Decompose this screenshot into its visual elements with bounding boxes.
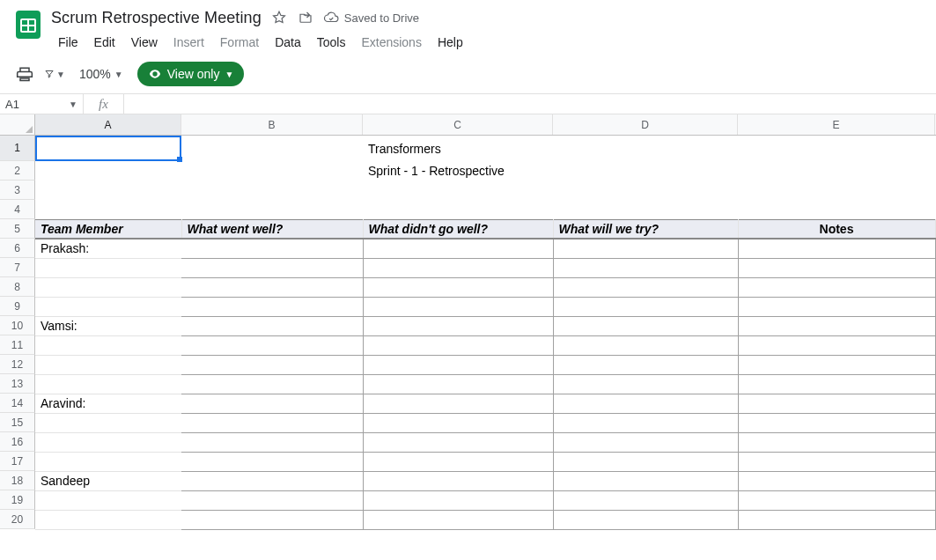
cell[interactable] (553, 510, 738, 529)
cell[interactable] (738, 374, 935, 394)
col-header-e[interactable]: E (738, 114, 935, 135)
cell[interactable] (553, 200, 738, 219)
cell[interactable] (181, 413, 363, 432)
cell[interactable] (35, 374, 181, 394)
menu-tools[interactable]: Tools (310, 30, 353, 55)
row-header[interactable]: 6 (0, 239, 35, 258)
cell[interactable] (363, 355, 553, 374)
menu-file[interactable]: File (51, 30, 85, 55)
cell[interactable] (553, 161, 738, 181)
cell[interactable]: Vamsi: (35, 316, 181, 335)
cell[interactable] (363, 490, 553, 510)
row-header[interactable]: 5 (0, 219, 35, 239)
row-header[interactable]: 1 (0, 136, 35, 161)
col-header-a[interactable]: A (35, 114, 181, 135)
cell[interactable] (363, 239, 553, 258)
cell[interactable] (181, 452, 363, 471)
header-team-member[interactable]: Team Member (35, 219, 181, 239)
cell[interactable] (363, 394, 553, 413)
name-box[interactable]: A1 ▼ (0, 94, 84, 114)
cell[interactable] (181, 510, 363, 529)
star-icon[interactable] (270, 9, 288, 26)
cell[interactable]: Transformers (363, 136, 553, 161)
cell[interactable] (181, 374, 363, 394)
cell[interactable] (553, 297, 738, 316)
cell[interactable] (553, 316, 738, 335)
cell[interactable] (738, 161, 935, 181)
cell[interactable] (35, 432, 181, 452)
cell[interactable] (553, 239, 738, 258)
cell[interactable] (181, 471, 363, 490)
cell[interactable] (363, 277, 553, 297)
col-header-b[interactable]: B (181, 114, 363, 135)
cell[interactable] (35, 161, 181, 181)
cell[interactable] (181, 335, 363, 355)
row-header[interactable]: 17 (0, 452, 35, 471)
row-header[interactable]: 16 (0, 432, 35, 452)
cell[interactable] (553, 277, 738, 297)
cell[interactable] (738, 355, 935, 374)
header-went-well[interactable]: What went well? (181, 219, 363, 239)
cell[interactable] (553, 413, 738, 432)
cell[interactable] (363, 510, 553, 529)
row-header[interactable]: 9 (0, 297, 35, 316)
spreadsheet-grid[interactable]: Transformers Sprint - 1 - Retrospective (35, 136, 936, 530)
cell[interactable] (181, 161, 363, 181)
cell[interactable] (35, 335, 181, 355)
cell[interactable] (363, 374, 553, 394)
cell[interactable] (35, 136, 181, 161)
cell[interactable] (553, 490, 738, 510)
cell[interactable] (35, 181, 181, 200)
cell[interactable] (181, 432, 363, 452)
cell[interactable] (181, 239, 363, 258)
print-icon[interactable] (14, 63, 35, 85)
cell[interactable] (181, 136, 363, 161)
move-icon[interactable] (297, 9, 314, 26)
menu-view[interactable]: View (124, 30, 165, 55)
row-header[interactable]: 10 (0, 316, 35, 335)
cell[interactable] (181, 200, 363, 219)
row-header[interactable]: 2 (0, 161, 35, 181)
cell[interactable] (553, 452, 738, 471)
cell[interactable] (363, 200, 553, 219)
menu-help[interactable]: Help (431, 30, 470, 55)
filter-icon[interactable]: ▼ (44, 63, 65, 85)
cell[interactable] (738, 181, 935, 200)
menu-edit[interactable]: Edit (87, 30, 122, 55)
row-header[interactable]: 11 (0, 335, 35, 355)
cell[interactable] (738, 277, 935, 297)
formula-input[interactable] (124, 94, 936, 114)
row-header[interactable]: 3 (0, 181, 35, 200)
cell[interactable] (181, 297, 363, 316)
cell[interactable] (738, 335, 935, 355)
cell[interactable] (553, 181, 738, 200)
cell[interactable] (553, 374, 738, 394)
cell[interactable] (363, 297, 553, 316)
cell[interactable] (738, 471, 935, 490)
sheets-logo-icon[interactable] (11, 7, 46, 42)
cell[interactable] (181, 316, 363, 335)
cell[interactable]: Sandeep (35, 471, 181, 490)
cell[interactable] (35, 355, 181, 374)
cell[interactable] (35, 452, 181, 471)
header-notes[interactable]: Notes (738, 219, 935, 239)
row-header[interactable]: 19 (0, 490, 35, 510)
row-header[interactable]: 18 (0, 471, 35, 490)
cell[interactable] (738, 258, 935, 277)
zoom-select[interactable]: 100% ▼ (74, 67, 129, 81)
doc-title[interactable]: Scrum Retrospective Meeting (51, 9, 262, 27)
cell[interactable] (738, 490, 935, 510)
cell[interactable] (553, 335, 738, 355)
cell[interactable] (363, 316, 553, 335)
cell[interactable] (553, 432, 738, 452)
cell[interactable] (738, 452, 935, 471)
select-all-cell[interactable] (0, 114, 35, 135)
col-header-c[interactable]: C (363, 114, 553, 135)
row-header[interactable]: 13 (0, 374, 35, 394)
cell[interactable] (35, 490, 181, 510)
cell[interactable] (181, 258, 363, 277)
cell[interactable] (363, 471, 553, 490)
cell[interactable] (35, 200, 181, 219)
cell[interactable] (738, 316, 935, 335)
cell[interactable] (363, 432, 553, 452)
